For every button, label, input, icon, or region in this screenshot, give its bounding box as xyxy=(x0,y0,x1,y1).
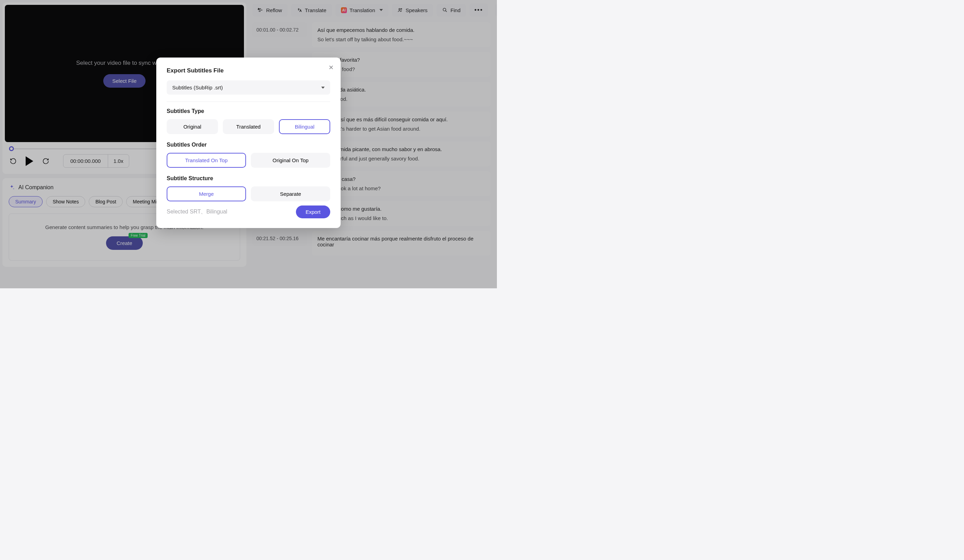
export-button[interactable]: Export xyxy=(296,205,330,218)
subtitle-structure-option-separate[interactable]: Separate xyxy=(251,186,330,201)
subtitles-order-label: Subtitles Order xyxy=(167,142,330,148)
modal-overlay[interactable]: ✕ Export Subtitles File Subtitles (SubRi… xyxy=(0,0,497,288)
format-value: Subtitles (SubRip .srt) xyxy=(172,85,223,90)
subtitles-type-option-original[interactable]: Original xyxy=(167,119,218,134)
format-select[interactable]: Subtitles (SubRip .srt) xyxy=(167,80,330,94)
subtitles-order-option-translated-on-top[interactable]: Translated On Top xyxy=(167,153,246,168)
modal-title: Export Subtitles File xyxy=(167,67,330,74)
subtitles-type-option-bilingual[interactable]: Bilingual xyxy=(279,119,330,134)
export-modal: ✕ Export Subtitles File Subtitles (SubRi… xyxy=(156,57,340,228)
subtitles-order-option-original-on-top[interactable]: Original On Top xyxy=(251,153,330,168)
subtitles-type-option-translated[interactable]: Translated xyxy=(223,119,274,134)
chevron-down-icon xyxy=(321,86,325,89)
subtitle-structure-label: Subtitle Structure xyxy=(167,175,330,182)
selected-summary: Selected SRT、Bilingual xyxy=(167,208,227,215)
subtitles-type-label: Subtitles Type xyxy=(167,108,330,114)
close-icon[interactable]: ✕ xyxy=(329,64,334,72)
subtitle-structure-option-merge[interactable]: Merge xyxy=(167,186,246,201)
divider xyxy=(167,101,330,102)
